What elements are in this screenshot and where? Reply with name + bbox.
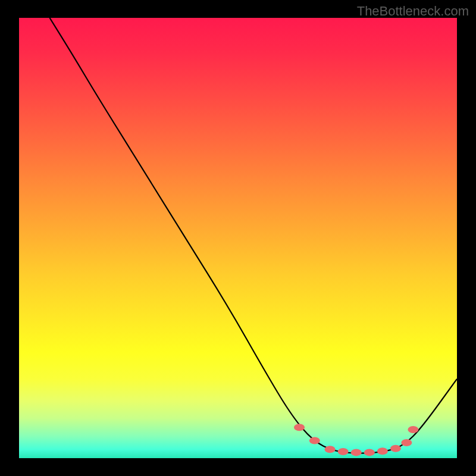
marker-dot [401,439,412,446]
marker-dot [364,449,375,456]
marker-dot [338,448,349,455]
marker-dot [325,446,336,453]
curve-markers [294,424,418,456]
marker-dot [351,449,362,456]
watermark-text: TheBottleneck.com [357,4,469,19]
marker-dot [390,445,401,452]
marker-dot [408,426,418,433]
plot-area [19,18,457,458]
chart-svg [19,18,457,458]
marker-dot [294,424,305,431]
bottleneck-curve [50,18,457,453]
marker-dot [377,447,388,455]
marker-dot [309,437,320,444]
